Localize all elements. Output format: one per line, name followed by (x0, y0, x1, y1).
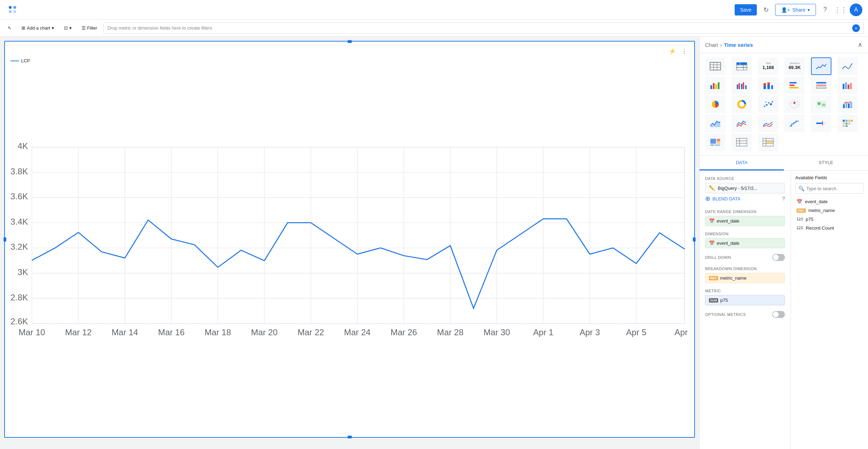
resize-bottom[interactable] (348, 436, 352, 438)
breakdown-field[interactable]: RBC metric_name (705, 273, 785, 283)
drill-down-label: Drill down (705, 255, 731, 260)
field-metric-name[interactable]: RBC metric_name (795, 206, 864, 215)
svg-text:2.8K: 2.8K (11, 293, 28, 302)
chart-type-donut[interactable] (731, 95, 752, 113)
chart-type-stackedbar[interactable] (758, 76, 778, 94)
chart-type-heatmap[interactable] (837, 114, 858, 132)
data-tab[interactable]: DATA (699, 156, 784, 170)
filter-label-btn[interactable]: ☰ Filter (78, 23, 101, 33)
style-tab[interactable]: STYLE (784, 156, 868, 170)
optional-metrics-toggle[interactable] (772, 311, 785, 318)
add-chart-button[interactable]: ⊞ Add a chart ▾ (18, 23, 58, 33)
available-fields-panel: Available Fields 🔍 📅 event_date RBC metr… (791, 171, 868, 449)
field-record-count[interactable]: 123 Record Count (795, 224, 864, 232)
chart-type-table-total[interactable]: Total 1,168 (758, 57, 778, 75)
date-range-field[interactable]: 📅 event_date (705, 216, 785, 226)
chart-type-groupedbar[interactable] (731, 76, 752, 94)
resize-left[interactable] (4, 237, 6, 242)
filter-add-button[interactable]: + (852, 24, 860, 32)
right-panel: Chart › Time series ∧ Total 1,168 (699, 37, 868, 449)
field-p75[interactable]: 123 p75 (795, 215, 864, 224)
refresh-button[interactable]: ↻ (760, 4, 772, 16)
svg-rect-62 (739, 83, 740, 89)
share-button[interactable]: 👤+ Share ▾ (775, 4, 816, 16)
chart-type-multiline2[interactable] (758, 114, 778, 132)
svg-rect-116 (715, 144, 720, 146)
datasource-name: BigQuery - 5/17/2... (718, 186, 758, 191)
nav-actions: Save ↻ 👤+ Share ▾ ? ⋮⋮ A (735, 4, 862, 16)
chart-lightning-btn[interactable]: ⚡ (667, 47, 677, 55)
svg-text:Mar 22: Mar 22 (298, 328, 324, 337)
metric-field[interactable]: SUM p75 (705, 295, 785, 305)
chart-type-hbar[interactable] (784, 76, 805, 94)
breakdown-label: Breakdown Dimension (705, 267, 785, 271)
avatar[interactable]: A (850, 4, 862, 16)
svg-rect-96 (843, 104, 845, 108)
cursor-icon: ↖ (8, 25, 12, 31)
cursor-tool[interactable]: ↖ (4, 23, 15, 33)
svg-rect-95 (822, 104, 825, 106)
panel-breadcrumb: Chart › Time series (705, 42, 753, 48)
chart-more-btn[interactable]: ⋮ (680, 47, 689, 55)
arrange-icon: ⊡ (64, 25, 68, 31)
help-button[interactable]: ? (819, 4, 831, 16)
resize-right[interactable] (693, 237, 696, 242)
svg-rect-94 (818, 102, 821, 105)
chart-type-scatter[interactable] (758, 95, 778, 113)
datasource-row[interactable]: ✏️ BigQuery - 5/17/2... (705, 183, 785, 193)
chart-type-smoothline[interactable] (837, 57, 858, 75)
chart-type-timeseries[interactable] (811, 57, 831, 75)
app-logo[interactable] (6, 3, 20, 17)
panel-content: Data source ✏️ BigQuery - 5/17/2... ⊕ BL… (699, 171, 791, 324)
chart-type-pivot2[interactable] (758, 133, 778, 151)
panel-close-button[interactable]: ∧ (858, 41, 862, 49)
arrange-button[interactable]: ⊡ ▾ (61, 23, 75, 33)
chart-type-pivot1[interactable] (731, 133, 752, 151)
svg-rect-59 (715, 84, 717, 89)
chart-type-pie[interactable] (705, 95, 726, 113)
apps-button[interactable]: ⋮⋮ (834, 4, 847, 16)
svg-rect-57 (710, 85, 712, 89)
breadcrumb-parent[interactable]: Chart (705, 42, 718, 48)
chart-type-bullet[interactable] (811, 114, 831, 132)
svg-rect-64 (743, 82, 744, 89)
chart-type-table-sessions[interactable]: Sessions 69.3K (784, 57, 805, 75)
chart-type-steppedline[interactable] (784, 114, 805, 132)
chart-type-multiline[interactable] (731, 114, 752, 132)
breadcrumb-separator: › (720, 42, 722, 48)
metric-section: Metric SUM p75 (705, 289, 785, 305)
svg-point-90 (772, 101, 773, 102)
chart-type-100bar[interactable] (811, 76, 831, 94)
svg-text:4K: 4K (18, 141, 28, 151)
chart-type-map2[interactable] (811, 95, 831, 113)
resize-top[interactable] (348, 40, 352, 43)
svg-rect-63 (741, 84, 742, 89)
svg-point-92 (793, 102, 796, 104)
save-button[interactable]: Save (735, 4, 757, 15)
chart-container[interactable]: ⚡ ⋮ LCP (4, 41, 695, 438)
svg-rect-60 (718, 82, 720, 89)
drill-down-toggle[interactable] (772, 254, 785, 261)
chart-type-multibar1[interactable] (837, 76, 858, 94)
dimension-field[interactable]: 📅 event_date (705, 238, 785, 248)
chart-type-arealine[interactable] (705, 114, 726, 132)
chart-type-table2[interactable] (731, 57, 752, 75)
chart-type-treemap[interactable] (705, 133, 726, 151)
search-field[interactable]: 🔍 (795, 183, 864, 194)
svg-rect-72 (790, 85, 794, 86)
chart-type-map1[interactable] (784, 95, 805, 113)
field-event-date[interactable]: 📅 event_date (795, 197, 864, 206)
chart-type-table1[interactable] (705, 57, 726, 75)
svg-point-86 (766, 104, 768, 106)
svg-rect-101 (816, 123, 823, 124)
svg-text:Mar 28: Mar 28 (437, 328, 463, 337)
num-field-icon: 123 (797, 217, 803, 221)
datasource-section: Data source ✏️ BigQuery - 5/17/2... ⊕ BL… (705, 176, 785, 204)
blend-row[interactable]: ⊕ BLEND DATA ? (705, 193, 785, 204)
chart-type-bar[interactable] (705, 76, 726, 94)
chart-type-barline[interactable] (837, 95, 858, 113)
svg-point-89 (766, 102, 767, 103)
help-icon[interactable]: ? (782, 196, 785, 201)
svg-rect-58 (713, 83, 715, 89)
search-input[interactable] (806, 186, 861, 191)
